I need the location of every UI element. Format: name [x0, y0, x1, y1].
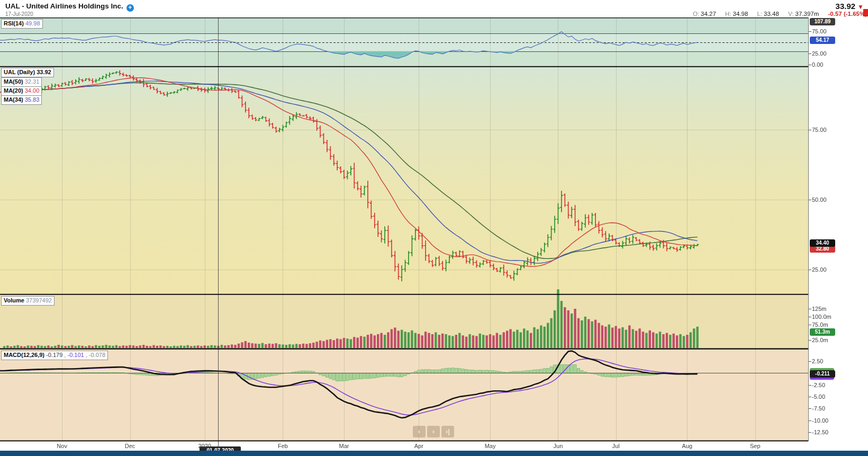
- low-value: 33.48: [764, 11, 779, 17]
- axis-tick-label: -12.50: [812, 429, 828, 435]
- axis-tick-label: 0.00: [812, 61, 823, 68]
- rsi-label[interactable]: RSI(14) 49.98: [1, 19, 43, 29]
- month-label-aug: Aug: [676, 443, 698, 449]
- axis-tick-label: 2.50: [812, 358, 823, 364]
- month-label-nov: Nov: [51, 443, 73, 449]
- axis-tick-label: 75.00: [812, 127, 827, 133]
- step-back-button[interactable]: ‹: [413, 426, 426, 437]
- month-label-dec: Dec: [120, 443, 141, 449]
- last-price: 33.92▼: [836, 2, 864, 11]
- axis-tick-label: 125m: [812, 306, 827, 312]
- month-label-may: May: [480, 443, 501, 449]
- axis-tick-label: 75.0m: [812, 321, 828, 328]
- axis-tick-label: 50.00: [812, 196, 827, 203]
- volume-value-badge: 51.3m: [810, 328, 835, 336]
- high-value: 34.98: [733, 11, 748, 17]
- month-label-apr: Apr: [408, 443, 429, 449]
- quote-line: O:34.27 H:34.98 L:33.48 V:37.397m -0.57 …: [693, 11, 867, 17]
- page-title: UAL - United Airlines Holdings Inc.+: [5, 2, 134, 12]
- playback-controls: ‹ › ›|: [413, 426, 454, 437]
- step-forward-button[interactable]: ›: [427, 426, 440, 437]
- macd-label[interactable]: MACD(12,26,9) -0.179 , -0.101 , -0.078: [1, 351, 108, 360]
- volume-label[interactable]: Volume 37397492: [1, 296, 55, 306]
- month-label-feb: Feb: [272, 443, 293, 449]
- axis-tick-label: -7.50: [812, 405, 825, 412]
- ma20-label[interactable]: MA(20) 34.00: [1, 86, 42, 96]
- axis-tick-label: -10.00: [812, 417, 828, 424]
- chart-canvas[interactable]: [0, 0, 868, 456]
- change-highlight: [863, 9, 868, 16]
- symbol-series-label[interactable]: UAL (Daily) 33.92: [1, 68, 54, 77]
- jump-to-end-button[interactable]: ›|: [441, 426, 454, 437]
- cursor-price-badge: 34.40: [810, 239, 835, 247]
- axis-tick-label: 100.0m: [812, 314, 831, 320]
- chart-date: 17-Jul-2020: [5, 11, 33, 17]
- month-label-2020: 2020: [194, 443, 215, 449]
- volume-value: 37.397m: [795, 11, 819, 17]
- month-label-sep: Sep: [745, 443, 766, 449]
- month-label-jun: Jun: [547, 443, 568, 449]
- macd-value-badge: -0.211: [810, 370, 835, 378]
- month-label-mar: Mar: [333, 443, 355, 449]
- change-value: -0.57 (-1.65%): [828, 11, 867, 17]
- bottom-scrollbar[interactable]: [0, 451, 868, 456]
- rsi-scale-max-badge: 107.89: [810, 18, 835, 25]
- axis-tick-label: 25.00: [812, 266, 827, 273]
- ma50-label[interactable]: MA(50) 32.31: [1, 77, 42, 87]
- charting-app-window: UAL - United Airlines Holdings Inc.+ 17-…: [0, 0, 868, 456]
- open-value: 34.27: [701, 11, 716, 17]
- add-symbol-icon[interactable]: +: [126, 4, 134, 12]
- axis-tick-label: 75.00: [812, 28, 827, 34]
- axis-tick-label: 25.00: [812, 50, 827, 57]
- axis-tick-label: 25.0m: [812, 337, 828, 343]
- axis-tick-label: -5.00: [812, 394, 825, 400]
- month-label-jul: Jul: [605, 443, 627, 449]
- rsi-value-badge: 54.17: [810, 37, 835, 44]
- axis-tick-label: -2.50: [812, 382, 825, 388]
- ma34-label[interactable]: MA(34) 35.83: [1, 95, 42, 105]
